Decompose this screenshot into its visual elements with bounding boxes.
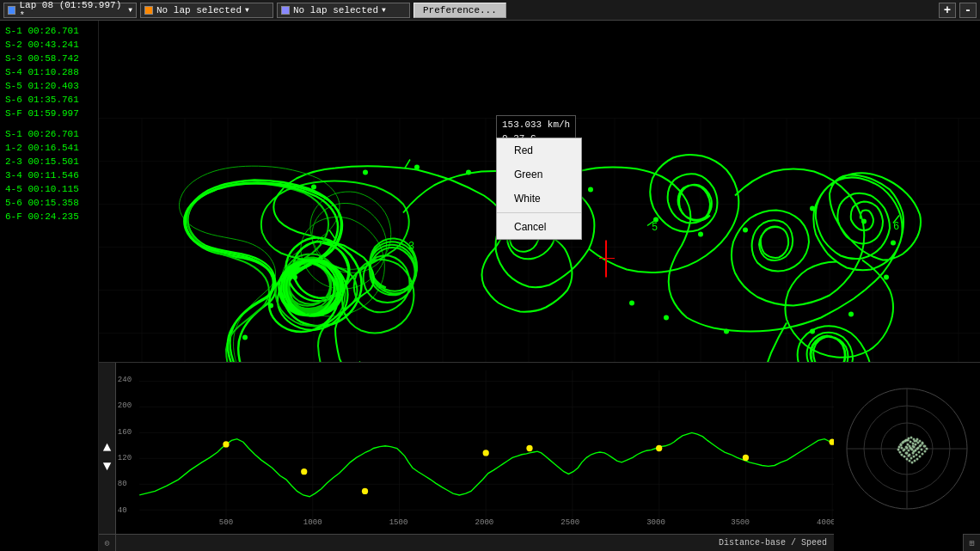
svg-point-159 bbox=[905, 438, 908, 441]
svg-point-130 bbox=[903, 449, 905, 451]
svg-point-156 bbox=[898, 445, 901, 448]
lap-color-indicator-2 bbox=[144, 6, 153, 15]
zoom-plus-button[interactable]: + bbox=[939, 3, 956, 18]
svg-point-95 bbox=[656, 445, 662, 451]
ctx-green[interactable]: Green bbox=[497, 162, 581, 187]
svg-point-163 bbox=[916, 439, 918, 442]
main-content: S-1 00:26.701 S-2 00:43.241 S-3 00:58.74… bbox=[0, 21, 980, 551]
svg-line-30 bbox=[329, 230, 336, 241]
svg-text:4000: 4000 bbox=[817, 517, 834, 527]
scroll-arrow-down[interactable]: ▼ bbox=[103, 459, 112, 474]
sector-s2: S-2 00:43.241 bbox=[5, 38, 93, 52]
color-context-menu[interactable]: Red Green White Cancel bbox=[496, 138, 582, 240]
sector-s4: S-4 01:10.288 bbox=[5, 65, 93, 79]
svg-text:500: 500 bbox=[219, 517, 233, 527]
bottom-section: ▲ ▼ 240 200 160 120 80 40 bbox=[99, 362, 980, 551]
svg-point-141 bbox=[922, 442, 924, 444]
ctx-red[interactable]: Red bbox=[497, 138, 581, 162]
svg-point-58 bbox=[724, 329, 729, 334]
svg-point-128 bbox=[908, 454, 910, 456]
svg-point-153 bbox=[901, 453, 903, 456]
label-5: 5 bbox=[652, 222, 658, 234]
svg-point-157 bbox=[900, 443, 903, 445]
svg-point-161 bbox=[910, 436, 913, 438]
svg-text:80: 80 bbox=[118, 479, 127, 488]
preference-button[interactable]: Preference... bbox=[413, 3, 506, 18]
chart-status-text: Distance-base / Speed bbox=[719, 538, 827, 548]
scroll-left-button[interactable]: ▲ ▼ bbox=[99, 363, 116, 551]
lap-selector-2[interactable]: No lap selected ▼ bbox=[140, 3, 273, 18]
svg-point-162 bbox=[913, 438, 916, 440]
speed-value: 153.033 km/h bbox=[502, 118, 570, 132]
svg-point-165 bbox=[911, 448, 914, 450]
svg-point-147 bbox=[916, 457, 919, 460]
svg-point-42 bbox=[311, 185, 316, 190]
svg-point-117 bbox=[912, 451, 915, 454]
sector-s1: S-1 00:26.701 bbox=[5, 24, 93, 38]
interval-3-4: 3-4 00:11.546 bbox=[5, 168, 93, 182]
svg-point-45 bbox=[466, 170, 471, 175]
track-area[interactable]: 1 2 3 4 5 6 bbox=[99, 21, 980, 551]
svg-point-41 bbox=[327, 241, 332, 246]
g-force-radar bbox=[842, 384, 971, 513]
ctx-divider bbox=[497, 212, 581, 213]
scroll-arrow-up[interactable]: ▲ bbox=[103, 440, 112, 456]
svg-point-151 bbox=[906, 457, 909, 460]
bottom-right-icon: ⊞ bbox=[969, 538, 974, 548]
svg-point-136 bbox=[910, 440, 912, 443]
svg-point-49 bbox=[653, 217, 658, 223]
bottom-left-button[interactable]: ⊙ bbox=[99, 534, 116, 551]
interval-1-2: 1-2 00:16.541 bbox=[5, 141, 93, 155]
interval-s1: S-1 00:26.701 bbox=[5, 127, 93, 141]
lap-selector-2-label: No lap selected bbox=[156, 5, 242, 15]
svg-point-145 bbox=[922, 452, 924, 455]
bottom-left-icon: ⊙ bbox=[104, 538, 109, 548]
chart-area: 240 200 160 120 80 40 bbox=[116, 363, 834, 534]
svg-point-152 bbox=[903, 455, 906, 457]
lap-selector-1-label: Lap 08 (01:59.997) * bbox=[19, 0, 125, 21]
lap-selector-1[interactable]: Lap 08 (01:59.997) * ▼ bbox=[3, 3, 137, 18]
sector-s5: S-5 01:20.403 bbox=[5, 79, 93, 93]
dropdown-arrow-2: ▼ bbox=[245, 6, 249, 14]
interval-6-f: 6-F 00:24.235 bbox=[5, 210, 93, 223]
svg-text:2000: 2000 bbox=[475, 517, 494, 527]
svg-text:160: 160 bbox=[118, 427, 132, 437]
ctx-white[interactable]: White bbox=[497, 187, 581, 211]
svg-point-150 bbox=[909, 459, 911, 462]
svg-point-125 bbox=[916, 453, 918, 456]
svg-point-148 bbox=[914, 459, 916, 462]
bottom-right-button[interactable]: ⊞ bbox=[963, 534, 980, 551]
lap-selector-3[interactable]: No lap selected ▼ bbox=[277, 3, 410, 18]
svg-text:240: 240 bbox=[118, 375, 132, 384]
lap-color-indicator bbox=[8, 6, 15, 15]
svg-point-168 bbox=[906, 446, 909, 449]
sector-s6: S-6 01:35.761 bbox=[5, 93, 93, 107]
zoom-minus-button[interactable]: - bbox=[959, 3, 977, 18]
svg-text:120: 120 bbox=[118, 453, 132, 462]
svg-point-53 bbox=[861, 219, 867, 224]
svg-point-127 bbox=[910, 456, 913, 459]
svg-point-55 bbox=[884, 275, 889, 280]
svg-point-160 bbox=[908, 437, 910, 439]
svg-text:3500: 3500 bbox=[731, 517, 750, 527]
sector-group-cumulative: S-1 00:26.701 S-2 00:43.241 S-3 00:58.74… bbox=[5, 24, 93, 120]
svg-point-51 bbox=[743, 228, 748, 233]
svg-point-131 bbox=[901, 446, 903, 449]
interval-5-6: 5-6 00:15.358 bbox=[5, 196, 93, 210]
svg-point-105 bbox=[915, 443, 917, 445]
dropdown-arrow-1: ▼ bbox=[128, 6, 132, 14]
svg-point-137 bbox=[912, 442, 915, 444]
svg-point-94 bbox=[526, 445, 532, 451]
ctx-cancel[interactable]: Cancel bbox=[497, 215, 581, 239]
chart-status-bar: Distance-base / Speed bbox=[116, 534, 834, 551]
svg-text:40: 40 bbox=[118, 505, 127, 515]
svg-point-39 bbox=[268, 303, 273, 309]
svg-text:3000: 3000 bbox=[646, 517, 665, 527]
svg-point-93 bbox=[483, 450, 489, 456]
interval-4-5: 4-5 00:10.115 bbox=[5, 182, 93, 196]
svg-point-48 bbox=[588, 187, 593, 193]
svg-point-123 bbox=[921, 448, 923, 450]
svg-text:1000: 1000 bbox=[303, 517, 322, 527]
svg-point-91 bbox=[301, 468, 307, 474]
svg-point-52 bbox=[810, 206, 815, 211]
